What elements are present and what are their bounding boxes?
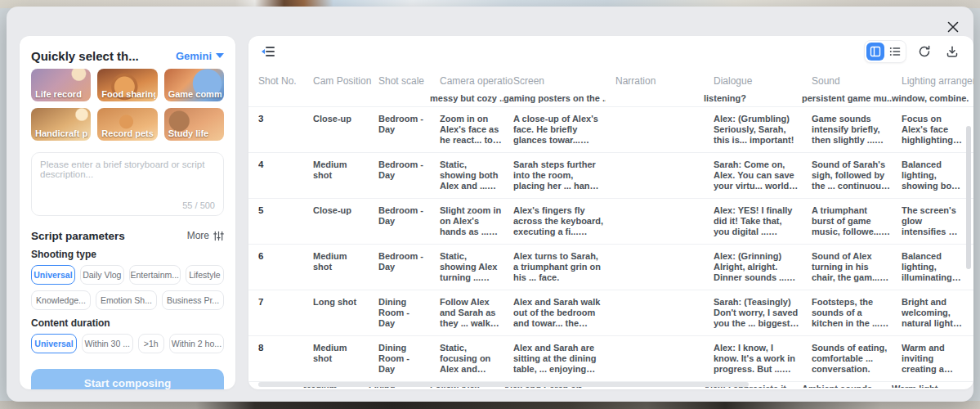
table-cell-screen[interactable]: Alex's fingers fly across the keyboard, … xyxy=(513,205,615,237)
table-cell-shot[interactable]: 4 xyxy=(258,160,313,191)
vertical-scrollbar[interactable] xyxy=(966,126,971,269)
list-view-button[interactable] xyxy=(886,43,904,61)
chip-universal[interactable]: Universal xyxy=(31,265,75,285)
table-cell-shot[interactable]: 8 xyxy=(258,343,313,375)
table-cell-shot_scale[interactable]: Bedroom - Day xyxy=(378,160,440,191)
table-cell-sound[interactable]: persistent game mu... xyxy=(802,93,892,106)
table-cell-screen[interactable]: Alex turns to Sarah, a triumphant grin o… xyxy=(513,251,615,283)
table-cell-shot[interactable]: 7 xyxy=(258,297,313,329)
table-cell-cam_position[interactable] xyxy=(303,104,369,106)
column-header: Narration xyxy=(615,75,714,88)
table-cell-shot_scale[interactable] xyxy=(369,104,430,106)
table-cell-screen[interactable]: gaming posters on the ... xyxy=(503,93,606,106)
table-cell-dialogue[interactable]: listening? xyxy=(704,93,802,106)
table-cell-lighting[interactable]: Warm and inviting creating a cozy ... at… xyxy=(902,343,973,375)
description-input[interactable] xyxy=(40,160,215,200)
chip-duration-1h[interactable]: >1h xyxy=(138,334,164,353)
table-cell-narration[interactable] xyxy=(606,104,704,106)
chip-business[interactable]: Business Pr... xyxy=(162,290,224,310)
template-card-record-pets[interactable]: Record pets xyxy=(97,108,157,141)
table-cell-sound[interactable]: Sound of Alex turning in his chair, the … xyxy=(812,251,902,283)
table-cell-dialogue[interactable]: Sarah: (Teasingly) Don't worry, I saved … xyxy=(714,297,812,329)
table-cell-sound[interactable]: Footsteps, the sounds of a kitchen in th… xyxy=(812,297,902,329)
table-cell-shot[interactable]: 5 xyxy=(258,205,313,237)
table-cell-shot_scale[interactable]: Dining Room - Day xyxy=(378,297,440,329)
table-cell-camera_operation[interactable]: Static, showing Alex turning ... towards… xyxy=(440,251,513,283)
chip-lifestyle[interactable]: Lifestyle xyxy=(186,265,224,285)
table-cell-screen[interactable]: A close-up of Alex's face. He briefly gl… xyxy=(513,114,615,146)
table-cell-narration[interactable] xyxy=(615,205,714,237)
table-cell-narration[interactable] xyxy=(615,297,714,329)
table-cell-camera_operation[interactable]: Slight zoom in on Alex's hands as ... ex… xyxy=(440,205,513,237)
template-card-life-record[interactable]: Life record xyxy=(31,69,91,101)
table-cell-camera_operation[interactable]: Zoom in on Alex's face as he react... to… xyxy=(440,114,513,146)
table-cell-dialogue[interactable]: Alex: (Grumbling) Seriously, Sarah, this… xyxy=(714,114,812,146)
table-cell-shot_scale[interactable]: Dining Room - Day xyxy=(378,343,440,375)
table-cell-narration[interactable] xyxy=(615,343,714,375)
table-cell-screen[interactable]: Alex and Sarah walk out of the bedroom a… xyxy=(513,297,615,329)
chip-duration-2h[interactable]: Within 2 ho... xyxy=(169,334,224,353)
table-cell-lighting[interactable]: window, combine. xyxy=(892,93,973,106)
chip-duration-universal[interactable]: Universal xyxy=(31,334,77,353)
table-cell-sound[interactable]: Sounds of eating, comfortable ... conver… xyxy=(812,343,902,375)
table-cell-lighting[interactable]: The screen's glow intensifies as Alex ..… xyxy=(902,205,973,237)
chip-daily-vlog[interactable]: Daily Vlog xyxy=(80,265,124,285)
table-cell-shot[interactable] xyxy=(248,104,303,106)
table-cell-cam_position[interactable]: Medium shot xyxy=(313,160,378,191)
table-cell-shot[interactable]: 6 xyxy=(258,251,313,283)
table-cell-cam_position[interactable]: Medium shot xyxy=(313,343,378,375)
table-cell-sound[interactable]: Sound of Sarah's sigh, followed by the .… xyxy=(812,160,902,191)
template-card-game-commentary[interactable]: Game comment... xyxy=(164,69,224,101)
table-cell-screen[interactable]: Sarah steps further into the room, placi… xyxy=(513,160,615,191)
table-cell-lighting[interactable]: Balanced lighting, illuminating both ...… xyxy=(902,251,973,283)
table-cell-cam_position[interactable]: Long shot xyxy=(313,297,378,329)
chip-duration-30[interactable]: Within 30 ... xyxy=(82,334,133,353)
table-cell-lighting[interactable]: Balanced lighting, showing both ... char… xyxy=(902,160,973,191)
table-cell-cam_position[interactable]: Close-up xyxy=(313,114,378,146)
table-cell-shot[interactable]: 3 xyxy=(258,114,313,146)
table-cell-camera_operation[interactable]: Static, focusing on Alex and Sarah ... t… xyxy=(440,343,513,375)
table-cell-shot_scale[interactable]: Bedroom - Day xyxy=(378,205,440,237)
table-cell-camera_operation[interactable]: Static, showing both Alex and ... Sarah. xyxy=(440,160,513,191)
table-cell-screen[interactable]: Alex and Sarah are sitting at the dining… xyxy=(513,343,615,375)
table-cell-narration[interactable] xyxy=(615,160,714,191)
table-cell-camera_operation[interactable]: Follow Alex and Sarah as they ... walk f… xyxy=(440,297,513,329)
template-card-food-sharing[interactable]: Food sharing xyxy=(97,69,157,101)
table-cell-narration[interactable] xyxy=(615,114,714,146)
script-parameters-title: Script parameters xyxy=(31,230,125,242)
download-button[interactable] xyxy=(942,42,962,61)
table-cell-lighting[interactable]: Bright and welcoming, natural light comi… xyxy=(902,297,973,329)
chip-knowledge[interactable]: Knowledge... xyxy=(31,290,91,310)
start-composing-button[interactable]: Start composing xyxy=(31,369,224,389)
table-cell-dialogue[interactable]: Alex: (Grinning) Alright, alright. Dinne… xyxy=(714,251,812,283)
table-row: 3Close-upBedroom - DayZoom in on Alex's … xyxy=(248,106,973,152)
table-cell-sound[interactable]: Game sounds intensify briefly, then slig… xyxy=(812,114,902,146)
horizontal-scrollbar[interactable] xyxy=(258,382,749,387)
table-cell-narration[interactable] xyxy=(615,251,714,283)
refresh-button[interactable] xyxy=(915,42,934,61)
collapse-columns-button[interactable] xyxy=(258,42,278,61)
table-cell-cam_position[interactable]: Close-up xyxy=(313,205,378,237)
table-cell-shot_scale[interactable]: Bedroom - Day xyxy=(378,251,440,283)
model-selector[interactable]: Gemini xyxy=(176,50,224,62)
chip-emotion-sharing[interactable]: Emotion Sh... xyxy=(96,290,157,310)
table-cell-dialogue[interactable]: Alex: I know, I know. It's a work in pro… xyxy=(714,343,812,375)
chip-entertainment[interactable]: Entertainm... xyxy=(129,265,181,285)
template-card-study-life[interactable]: Study life xyxy=(164,108,224,141)
table-cell-sound[interactable]: Ambient sounds of xyxy=(802,384,892,388)
close-button[interactable] xyxy=(944,18,962,36)
table-cell-sound[interactable]: A triumphant burst of game music, follow… xyxy=(812,205,902,237)
table-cell-cam_position[interactable]: Medium shot xyxy=(313,251,378,283)
table-view-button[interactable] xyxy=(866,43,884,61)
more-parameters-button[interactable]: More xyxy=(187,230,224,241)
more-label: More xyxy=(187,230,209,241)
table-cell-dialogue[interactable]: Alex: YES! I finally did it! Take that, … xyxy=(714,205,812,237)
table-cell-lighting[interactable]: Focus on Alex's face highlighting his ..… xyxy=(902,114,973,146)
table-cell-camera_operation[interactable]: messy but cozy ... xyxy=(430,93,503,106)
template-card-handicraft[interactable]: Handicraft prod... xyxy=(31,108,91,141)
table-cell-dialogue[interactable]: Sarah: Come on, Alex. You can save your … xyxy=(714,160,812,191)
table-cell-lighting[interactable]: Warm light xyxy=(892,384,973,388)
table-cell-shot_scale[interactable]: Bedroom - Day xyxy=(378,114,440,146)
sidebar-title: Quickly select th... xyxy=(31,49,139,63)
refresh-icon xyxy=(918,45,931,58)
